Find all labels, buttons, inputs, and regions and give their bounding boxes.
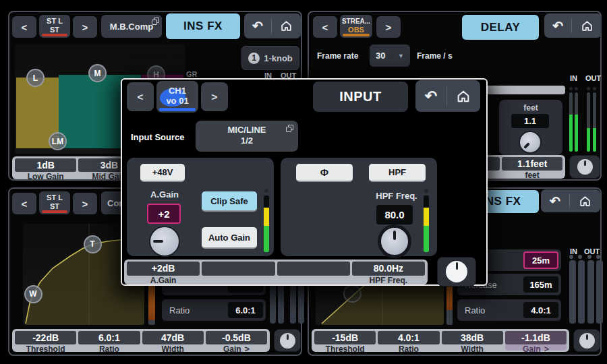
input-source-button[interactable]: MIC/LINE 1/2: [196, 121, 298, 152]
gain-meter: [264, 195, 269, 252]
param-cell[interactable]: 1dBLow Gain: [15, 158, 76, 178]
out-meter: [587, 92, 590, 152]
delay-value: 1.1: [511, 114, 549, 128]
channel-select-button[interactable]: STREA... OBS: [340, 15, 372, 38]
fx-library-button[interactable]: M.B.Comp: [101, 15, 162, 38]
prev-channel-button[interactable]: <: [127, 82, 154, 111]
prev-channel-button[interactable]: <: [12, 193, 36, 214]
home-icon[interactable]: [581, 20, 594, 32]
width-marker[interactable]: W: [24, 285, 42, 303]
one-badge-icon: 1: [248, 53, 260, 64]
param-bar: +2dBA.Gain 80.0HzHPF Freq.: [124, 260, 428, 284]
out-meter: [587, 260, 594, 324]
input-overlay: < CH1 vo 01 > INPUT ↶ Input Source MIC/L…: [121, 78, 488, 286]
knob-icon: [280, 333, 295, 348]
knob-icon: [579, 333, 595, 348]
width-marker[interactable]: [343, 284, 362, 303]
knob-assign-button[interactable]: [274, 329, 301, 352]
dropdown-arrow-icon: ▼: [398, 53, 404, 59]
next-channel-button[interactable]: >: [73, 16, 97, 38]
home-icon[interactable]: [280, 20, 293, 32]
lowmid-marker[interactable]: LM: [49, 132, 67, 150]
nav-group: ↶: [544, 13, 602, 38]
next-channel-button[interactable]: >: [376, 16, 401, 38]
meter-dot: [587, 87, 590, 90]
popup-title: INPUT: [313, 82, 408, 112]
meter-dot: [596, 255, 600, 259]
param-cell[interactable]: +2dBA.Gain: [127, 262, 200, 283]
delay-knob[interactable]: [519, 131, 542, 154]
frame-rate-select[interactable]: 30 ▼: [370, 44, 410, 67]
low-marker[interactable]: L: [26, 69, 45, 87]
prev-channel-button[interactable]: <: [12, 16, 36, 38]
param-cell[interactable]: 47dBWidth: [142, 331, 204, 351]
delay-unit-label: feet: [499, 103, 562, 113]
undo-icon[interactable]: ↶: [550, 195, 560, 208]
page-title: INS FX: [166, 13, 240, 39]
undo-icon[interactable]: ↶: [425, 89, 437, 104]
page-title: DELAY: [462, 15, 539, 40]
in-label: IN: [570, 74, 577, 82]
nav-group: ↶: [541, 189, 600, 212]
meter-dot: [424, 189, 428, 193]
home-icon[interactable]: [456, 89, 471, 104]
param-cell-selected[interactable]: -1.1dB Gain>: [505, 331, 567, 351]
param-cell[interactable]: 4.0:1Ratio: [378, 331, 439, 351]
undo-icon[interactable]: ↶: [552, 20, 563, 32]
phantom-48v-button[interactable]: +48V: [140, 164, 185, 182]
next-channel-button[interactable]: >: [73, 193, 97, 214]
param-cell[interactable]: -22dBThreshold: [15, 331, 76, 351]
knob-assign-button[interactable]: [569, 155, 600, 179]
hpf-meter: [424, 195, 429, 252]
knob-assign-button[interactable]: [573, 329, 600, 352]
hpf-button[interactable]: HPF: [369, 164, 426, 182]
param-cell[interactable]: -15dBThreshold: [314, 331, 376, 351]
param-cell[interactable]: 80.0HzHPF Freq.: [352, 262, 425, 283]
meter-dot: [575, 87, 578, 90]
hpf-freq-label: HPF Freq.: [364, 191, 429, 201]
undo-icon[interactable]: ↶: [252, 20, 263, 32]
one-knob-button[interactable]: 1 1-knob: [241, 46, 299, 70]
param-cell[interactable]: 38dBWidth: [442, 331, 503, 351]
channel-color-bar: [42, 210, 67, 213]
mixer-screen: < ST L ST > M.B.Comp INS FX ↶ 1 1-knob L…: [0, 0, 607, 364]
next-channel-button[interactable]: >: [201, 82, 228, 111]
param-cell[interactable]: -0.5dB Gain>: [206, 331, 267, 351]
ratio-row[interactable]: Ratio 4.0:1: [457, 299, 561, 321]
clip-safe-button[interactable]: Clip Safe: [202, 191, 257, 212]
again-value: +2: [147, 204, 181, 224]
again-knob[interactable]: [149, 226, 180, 257]
channel-select-button[interactable]: ST L ST: [39, 15, 70, 38]
input-source-label: Input Source: [131, 132, 184, 142]
meter-dot: [264, 189, 268, 193]
phase-button[interactable]: Φ: [296, 164, 353, 182]
param-cell[interactable]: [277, 262, 350, 283]
channel-color-bar: [343, 34, 370, 36]
knob-icon: [446, 261, 467, 282]
frame-rate-unit: Frame / s: [417, 51, 453, 61]
out-meter: [593, 92, 596, 152]
param-cell[interactable]: 1.1feetfeet: [502, 157, 562, 177]
mid-marker[interactable]: M: [88, 64, 107, 82]
param-cell[interactable]: [202, 262, 274, 283]
knob-icon: [577, 159, 593, 175]
channel-select-button[interactable]: CH1 vo 01: [156, 81, 198, 113]
channel-select-button[interactable]: ST L ST: [39, 191, 70, 214]
more-chevron-icon: >: [245, 344, 250, 354]
auto-gain-button[interactable]: Auto Gain: [202, 227, 257, 249]
meter-dot: [593, 87, 596, 90]
param-cell[interactable]: 6.0:1Ratio: [78, 331, 140, 351]
prev-channel-button[interactable]: <: [313, 16, 337, 38]
hpf-freq-knob[interactable]: [378, 224, 411, 258]
delay-fine-box: feet 1.1: [499, 100, 562, 155]
home-icon[interactable]: [579, 195, 591, 208]
ratio-row[interactable]: Ratio 6.0:1: [162, 299, 266, 321]
nav-group: ↶: [244, 13, 301, 38]
frame-rate-label: Frame rate: [317, 51, 358, 61]
meter-dot: [587, 255, 591, 259]
more-chevron-icon: >: [544, 344, 549, 354]
meter-dot: [569, 87, 573, 90]
knob-assign-button[interactable]: [437, 257, 476, 286]
threshold-marker[interactable]: T: [84, 235, 102, 253]
in-meter: [578, 260, 585, 324]
